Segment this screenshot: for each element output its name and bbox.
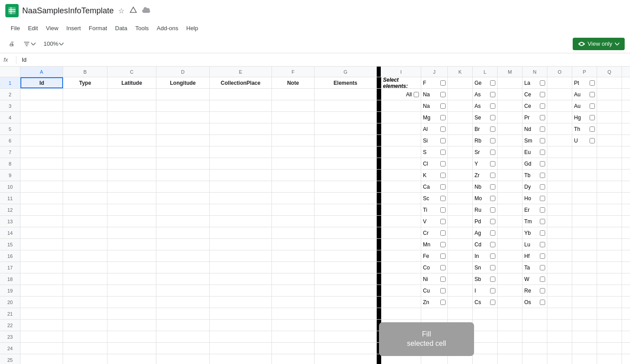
menu-addons[interactable]: Add-ons (153, 23, 182, 33)
menu-view[interactable]: View (42, 23, 62, 33)
cell-e13[interactable] (210, 216, 272, 227)
elem-checkbox[interactable] (440, 161, 446, 166)
cell-f19[interactable] (272, 285, 315, 296)
cell-a2[interactable] (20, 89, 63, 100)
cell-g5[interactable] (315, 123, 377, 135)
cell-c5[interactable] (108, 123, 156, 135)
star-icon[interactable]: ☆ (117, 6, 125, 16)
cell-f3[interactable] (272, 100, 315, 111)
col-header-d[interactable]: D (156, 67, 210, 77)
cell-c2[interactable] (108, 89, 156, 100)
drive-icon[interactable] (129, 5, 138, 16)
elem-checkbox[interactable] (440, 277, 446, 282)
cell-d2[interactable] (156, 89, 210, 100)
elem-checkbox[interactable] (540, 300, 545, 305)
elem-checkbox[interactable] (440, 230, 446, 236)
elem-checkbox[interactable] (490, 253, 495, 259)
cell-d17[interactable] (156, 262, 210, 273)
cell-g2[interactable] (315, 89, 377, 100)
cell-g19[interactable] (315, 285, 377, 296)
menu-insert[interactable]: Insert (63, 23, 84, 33)
cell-f4[interactable] (272, 112, 315, 123)
cell-d12[interactable] (156, 204, 210, 215)
cell-g11[interactable] (315, 193, 377, 204)
cell-b9[interactable] (63, 170, 108, 181)
cell-b7[interactable] (63, 146, 108, 158)
cell-g17[interactable] (315, 262, 377, 273)
cell-a16[interactable] (20, 250, 63, 261)
elem-checkbox[interactable] (440, 103, 446, 109)
cell-b17[interactable] (63, 262, 108, 273)
elem-la-checkbox[interactable] (540, 80, 545, 86)
elem-checkbox[interactable] (590, 115, 595, 120)
cell-e15[interactable] (210, 239, 272, 250)
elem-checkbox[interactable] (440, 242, 446, 247)
cell-e4[interactable] (210, 112, 272, 123)
col-header-k[interactable]: K (448, 67, 473, 77)
cell-c13[interactable] (108, 216, 156, 227)
cell-c3[interactable] (108, 100, 156, 111)
cell-b8[interactable] (63, 158, 108, 169)
cell-g20[interactable] (315, 297, 377, 308)
elem-checkbox[interactable] (540, 138, 545, 143)
elem-checkbox[interactable] (440, 115, 446, 120)
cell-g1[interactable]: Elements (315, 77, 377, 88)
cell-f2[interactable] (272, 89, 315, 100)
cell-d7[interactable] (156, 146, 210, 158)
cell-e8[interactable] (210, 158, 272, 169)
cell-e2[interactable] (210, 89, 272, 100)
elem-checkbox[interactable] (490, 115, 495, 120)
cell-d9[interactable] (156, 170, 210, 181)
elem-checkbox[interactable] (490, 173, 495, 178)
cell-d19[interactable] (156, 285, 210, 296)
cell-f10[interactable] (272, 181, 315, 192)
cell-e12[interactable] (210, 204, 272, 215)
elem-checkbox[interactable] (590, 127, 595, 132)
elem-checkbox[interactable] (490, 127, 495, 132)
cell-c10[interactable] (108, 181, 156, 192)
cell-g8[interactable] (315, 158, 377, 169)
cell-c14[interactable] (108, 227, 156, 238)
col-header-p[interactable]: P (572, 67, 597, 77)
cell-e3[interactable] (210, 100, 272, 111)
cell-e16[interactable] (210, 250, 272, 261)
cell-d6[interactable] (156, 135, 210, 146)
menu-tools[interactable]: Tools (132, 23, 152, 33)
cell-a13[interactable] (20, 216, 63, 227)
cell-f15[interactable] (272, 239, 315, 250)
cell-a8[interactable] (20, 158, 63, 169)
cell-f16[interactable] (272, 250, 315, 261)
elem-checkbox[interactable] (540, 115, 545, 120)
cell-c4[interactable] (108, 112, 156, 123)
cell-b4[interactable] (63, 112, 108, 123)
cell-a17[interactable] (20, 262, 63, 273)
menu-data[interactable]: Data (112, 23, 131, 33)
cell-g12[interactable] (315, 204, 377, 215)
elem-as-checkbox[interactable] (490, 92, 495, 97)
cell-b5[interactable] (63, 123, 108, 135)
cell-a7[interactable] (20, 146, 63, 158)
all-checkbox[interactable] (414, 92, 419, 97)
col-header-n[interactable]: N (522, 67, 547, 77)
col-header-f[interactable]: F (272, 67, 315, 77)
cell-b14[interactable] (63, 227, 108, 238)
cell-a12[interactable] (20, 204, 63, 215)
cell-a3[interactable] (20, 100, 63, 111)
elem-checkbox[interactable] (440, 196, 446, 201)
elem-checkbox[interactable] (540, 277, 545, 282)
cell-f5[interactable] (272, 123, 315, 135)
cell-d13[interactable] (156, 216, 210, 227)
elem-checkbox[interactable] (590, 103, 595, 109)
cell-g16[interactable] (315, 250, 377, 261)
cell-f11[interactable] (272, 193, 315, 204)
elem-checkbox[interactable] (540, 219, 545, 224)
cell-g13[interactable] (315, 216, 377, 227)
cell-d11[interactable] (156, 193, 210, 204)
elem-checkbox[interactable] (440, 150, 446, 155)
elem-checkbox[interactable] (490, 150, 495, 155)
cell-a15[interactable] (20, 239, 63, 250)
elem-checkbox[interactable] (440, 173, 446, 178)
col-header-r[interactable]: R (622, 67, 630, 77)
col-header-o[interactable]: O (547, 67, 572, 77)
cell-g15[interactable] (315, 239, 377, 250)
